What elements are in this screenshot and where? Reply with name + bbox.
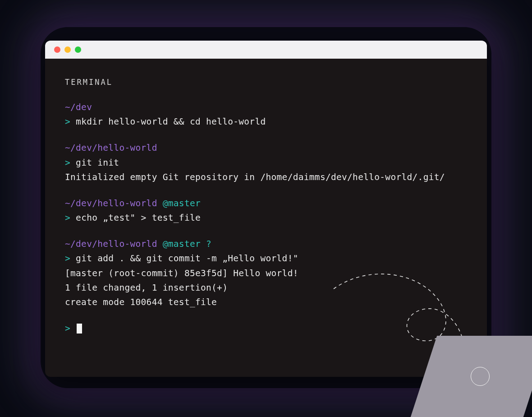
terminal-block: ~/dev/hello-world @master > echo „test" … bbox=[65, 196, 467, 225]
path-text: ~/dev/hello-world bbox=[65, 198, 157, 208]
prompt-symbol: > bbox=[65, 213, 70, 223]
branch-text: @master ? bbox=[157, 239, 211, 249]
branch-text: @master bbox=[157, 198, 201, 208]
prompt-symbol: > bbox=[65, 253, 70, 264]
maximize-icon[interactable] bbox=[75, 46, 81, 53]
command-text: git add . && git commit -m „Hello world!… bbox=[76, 253, 298, 264]
prompt-symbol: > bbox=[65, 116, 70, 127]
prompt-symbol: > bbox=[65, 158, 70, 168]
active-prompt[interactable]: > bbox=[65, 321, 467, 336]
cursor-icon bbox=[77, 324, 82, 334]
terminal-body[interactable]: TERMINAL ~/dev > mkdir hello-world && cd… bbox=[45, 59, 487, 353]
path-text: ~/dev/hello-world bbox=[65, 239, 157, 249]
window-titlebar bbox=[45, 41, 487, 59]
terminal-block: ~/dev/hello-world > git init Initialized… bbox=[65, 141, 467, 185]
command-text: mkdir hello-world && cd hello-world bbox=[76, 116, 266, 127]
terminal-block: ~/dev/hello-world @master ? > git add . … bbox=[65, 237, 467, 310]
circle-icon bbox=[471, 367, 490, 386]
output-text: [master (root-commit) 85e3f5d] Hello wor… bbox=[65, 266, 467, 281]
output-text: 1 file changed, 1 insertion(+) bbox=[65, 281, 467, 295]
command-text: git init bbox=[76, 158, 119, 168]
minimize-icon[interactable] bbox=[64, 46, 71, 53]
output-text: Initialized empty Git repository in /hom… bbox=[65, 170, 467, 185]
terminal-title: TERMINAL bbox=[65, 76, 467, 88]
terminal-window: TERMINAL ~/dev > mkdir hello-world && cd… bbox=[45, 41, 487, 377]
prompt-symbol: > bbox=[65, 323, 70, 334]
command-text: echo „test" > test_file bbox=[76, 213, 201, 223]
close-icon[interactable] bbox=[54, 46, 60, 53]
output-text: create mode 100644 test_file bbox=[65, 295, 467, 310]
path-text: ~/dev/hello-world bbox=[65, 143, 157, 153]
path-text: ~/dev bbox=[65, 102, 92, 112]
terminal-block: ~/dev > mkdir hello-world && cd hello-wo… bbox=[65, 100, 467, 129]
